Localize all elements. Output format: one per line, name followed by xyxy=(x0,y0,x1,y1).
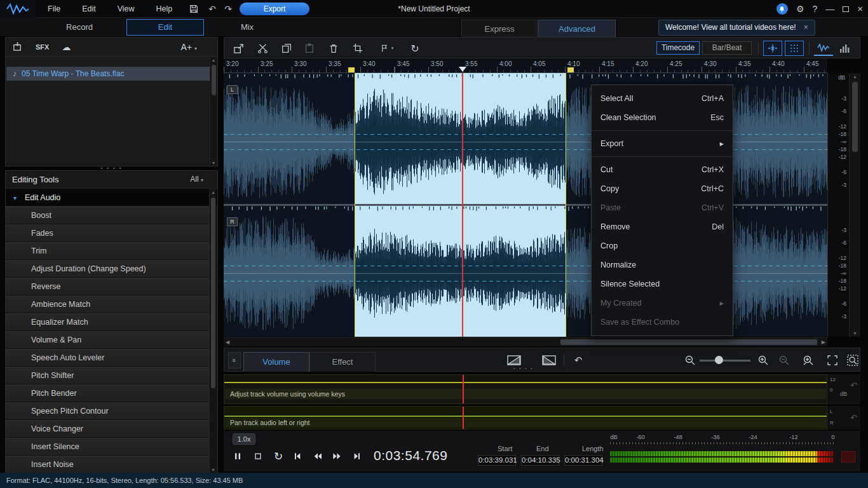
editing-tool-fades[interactable]: Fades xyxy=(6,224,209,242)
context-menu-item-normalize[interactable]: Normalize xyxy=(592,255,733,274)
redo-icon[interactable]: ↷ xyxy=(220,0,236,18)
stop-button[interactable] xyxy=(249,447,267,465)
context-menu-item-remove[interactable]: Remove Del xyxy=(592,217,733,236)
next-button[interactable] xyxy=(348,447,366,465)
tab-record[interactable]: Record xyxy=(40,19,119,36)
trim-crop-icon[interactable] xyxy=(349,41,367,56)
tab-volume[interactable]: Volume xyxy=(243,352,309,372)
panel-resize-handle[interactable]: • • • • xyxy=(513,365,534,371)
bar-beat-toggle[interactable]: Bar/Beat xyxy=(702,41,752,55)
menu-view[interactable]: View xyxy=(107,0,146,18)
zoom-slider-thumb[interactable] xyxy=(715,356,723,364)
selection-start-value[interactable]: 0:03:39.031 xyxy=(478,455,516,466)
menu-edit[interactable]: Edit xyxy=(71,0,107,18)
editing-tool-speech-pitch-contour[interactable]: Speech Pitch Contour xyxy=(6,402,209,420)
waveform-horizontal-scrollbar[interactable]: ◀ ▶ xyxy=(224,337,827,346)
library-file-row[interactable]: ♪ 05 Time Warp - The Beats.flac xyxy=(6,67,211,81)
collapse-track-button[interactable]: » xyxy=(228,352,241,369)
tab-edit[interactable]: Edit xyxy=(126,19,204,36)
playhead-line[interactable] xyxy=(462,73,463,337)
timeline-ruler[interactable]: 3:203:253:303:353:403:453:503:554:004:05… xyxy=(224,58,827,73)
zoom-out-icon[interactable] xyxy=(682,353,698,367)
paste-icon[interactable] xyxy=(301,41,318,56)
previous-button[interactable] xyxy=(288,447,306,465)
waveform-view-icon[interactable] xyxy=(814,41,833,56)
context-menu-item-cut[interactable]: Cut Ctrl+X xyxy=(592,160,733,179)
reset-undo-icon[interactable]: ↶ xyxy=(570,353,587,367)
maximize-button[interactable] xyxy=(843,0,849,18)
editing-tool-boost[interactable]: Boost xyxy=(6,207,209,224)
pan-key-line[interactable] xyxy=(224,416,827,417)
volume-key-line[interactable] xyxy=(224,382,827,383)
zoom-in-icon[interactable] xyxy=(755,353,771,367)
context-menu-item-clean-selection[interactable]: Clean Selection Esc xyxy=(592,108,733,127)
close-button[interactable]: × xyxy=(857,0,863,18)
cloud-library-icon[interactable]: ☁ xyxy=(62,42,71,52)
tools-filter-dropdown[interactable]: All ▾ xyxy=(190,171,203,189)
section-collapse-icon[interactable]: ▾ xyxy=(13,189,17,207)
tools-scrollbar[interactable]: ▲ ▼ xyxy=(209,189,217,473)
fit-to-window-icon[interactable] xyxy=(824,353,841,367)
minimize-button[interactable]: — xyxy=(825,0,834,18)
zoom-to-selection-icon[interactable] xyxy=(844,353,861,367)
editing-tool-trim[interactable]: Trim xyxy=(6,242,209,260)
context-menu-item-select-all[interactable]: Select All Ctrl+A xyxy=(592,89,733,108)
menu-help[interactable]: Help xyxy=(146,0,184,18)
fast-forward-button[interactable] xyxy=(328,447,346,465)
split-scissors-icon[interactable] xyxy=(254,41,271,56)
context-menu-item-crop[interactable]: Crop xyxy=(592,236,733,255)
editing-tool-adjust-duration-change-speed[interactable]: Adjust Duration (Change Speed) xyxy=(6,260,209,278)
editing-tool-insert-noise[interactable]: Insert Noise xyxy=(6,456,209,473)
snap-to-marker-icon[interactable] xyxy=(763,41,782,56)
loop-button[interactable]: ↻ xyxy=(269,447,287,465)
zoom-slider[interactable] xyxy=(700,360,750,362)
notification-bell-icon[interactable] xyxy=(776,3,788,15)
text-to-speech-button[interactable]: A+ ▾ xyxy=(181,37,197,58)
context-menu-item-silence-selected[interactable]: Silence Selected xyxy=(592,274,733,294)
delete-trash-icon[interactable] xyxy=(325,41,342,56)
playhead-marker[interactable] xyxy=(459,67,466,72)
tab-effect[interactable]: Effect xyxy=(309,352,376,372)
rewind-button[interactable] xyxy=(309,447,327,465)
selection-end-flag[interactable] xyxy=(567,67,574,72)
import-media-icon[interactable] xyxy=(12,41,23,52)
tab-express[interactable]: Express xyxy=(461,20,538,37)
editing-tool-insert-silence[interactable]: Insert Silence xyxy=(6,438,209,456)
snap-grid-icon[interactable] xyxy=(785,41,804,56)
waveform-vertical-scrollbar[interactable]: ▲ ▼ xyxy=(849,73,860,337)
tab-advanced[interactable]: Advanced xyxy=(538,20,616,37)
zoom-selection-icon[interactable] xyxy=(776,353,792,367)
export-clip-icon[interactable] xyxy=(229,41,247,56)
editing-tool-volume-pan[interactable]: Volume & Pan xyxy=(6,331,209,349)
clip-indicator[interactable] xyxy=(841,451,855,463)
context-menu-item-copy[interactable]: Copy Ctrl+C xyxy=(592,179,733,198)
timecode-toggle[interactable]: Timecode xyxy=(656,41,700,55)
selection-end-value[interactable]: 0:04:10.335 xyxy=(521,455,559,466)
waveform-canvas[interactable] xyxy=(224,73,827,337)
editing-tool-reverse[interactable]: Reverse xyxy=(6,278,209,295)
spectral-view-icon[interactable] xyxy=(836,41,855,56)
editing-tool-equalizer-match[interactable]: Equalizer Match xyxy=(6,313,209,331)
context-menu-item-export[interactable]: Export ▶ xyxy=(592,134,733,153)
fade-out-icon[interactable] xyxy=(541,353,557,367)
library-scrollbar[interactable]: ▲ ▼ xyxy=(210,57,217,166)
save-icon[interactable] xyxy=(186,1,201,17)
selection-length-value[interactable]: 0:00:31.304 xyxy=(564,455,602,466)
pause-button[interactable] xyxy=(229,447,247,465)
marker-dropdown-icon[interactable]: ▾ xyxy=(374,41,398,56)
hscroll-thumb[interactable] xyxy=(560,339,817,345)
editing-tool-pitch-bender[interactable]: Pitch Bender xyxy=(6,384,209,402)
editing-tool-speech-auto-leveler[interactable]: Speech Auto Leveler xyxy=(6,349,209,367)
editing-tool-voice-changer[interactable]: Voice Changer xyxy=(6,420,209,438)
loop-playback-icon[interactable]: ↻ xyxy=(406,41,424,56)
tab-mix[interactable]: Mix xyxy=(209,19,285,36)
selection-start-line[interactable] xyxy=(355,73,355,337)
volume-track[interactable]: Adjust track volume using volume keys xyxy=(224,374,827,404)
playback-speed-button[interactable]: 1.0x xyxy=(233,433,255,445)
selection-start-flag[interactable] xyxy=(348,67,355,72)
selection-end-line[interactable] xyxy=(566,73,566,337)
settings-gear-icon[interactable]: ⚙ xyxy=(796,0,804,18)
editing-tool-pitch-shifter[interactable]: Pitch Shifter xyxy=(6,367,209,384)
undo-icon[interactable]: ↶ xyxy=(205,0,220,18)
zoom-level-icon[interactable] xyxy=(800,353,817,367)
